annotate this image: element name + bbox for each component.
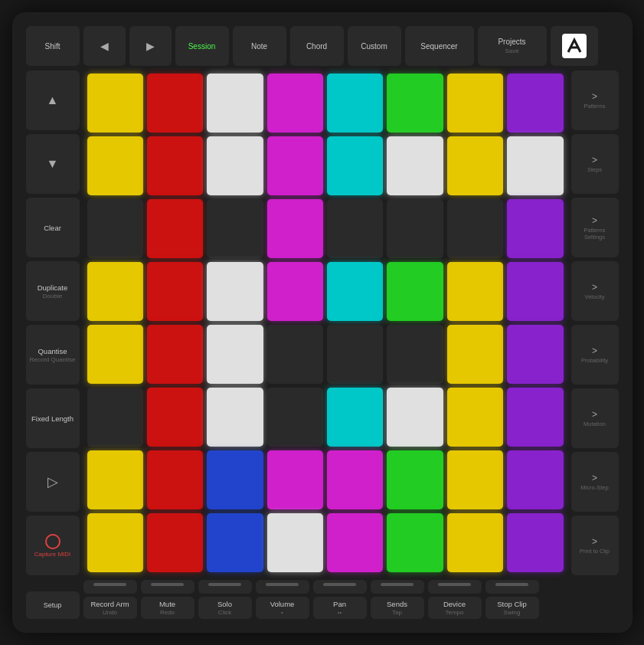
right-button-8[interactable]: > Print to Clip <box>571 516 619 575</box>
pad-r8-c8[interactable] <box>507 513 563 572</box>
down-button[interactable]: ▼ <box>26 134 80 194</box>
pad-r7-c2[interactable] <box>147 450 203 509</box>
pad-r2-c4[interactable] <box>267 136 323 195</box>
clear-button[interactable]: Clear <box>26 198 80 257</box>
volume-button[interactable]: Volume • <box>256 597 309 619</box>
projects-button[interactable]: Projects Save <box>478 26 547 66</box>
pan-button[interactable]: Pan •• <box>313 597 367 619</box>
shift-button[interactable]: Shift <box>26 26 80 66</box>
pad-r2-c5[interactable] <box>327 136 383 195</box>
volume-strip[interactable] <box>256 580 309 594</box>
pad-r7-c7[interactable] <box>447 450 503 509</box>
pad-r1-c5[interactable] <box>327 74 383 133</box>
capture-midi-button[interactable]: Capture MIDI <box>26 516 80 575</box>
pad-r5-c5[interactable] <box>327 325 383 384</box>
right-button-4[interactable]: > Velocity <box>571 261 619 321</box>
pad-r4-c3[interactable] <box>207 262 263 321</box>
pad-r5-c7[interactable] <box>447 325 503 384</box>
pad-r5-c8[interactable] <box>507 325 563 384</box>
pad-r3-c4[interactable] <box>267 199 323 258</box>
pad-r8-c6[interactable] <box>387 513 443 572</box>
pad-r1-c1[interactable] <box>87 74 143 133</box>
pad-r1-c3[interactable] <box>207 74 263 133</box>
pad-r3-c8[interactable] <box>507 199 563 258</box>
sends-strip[interactable] <box>371 580 424 594</box>
pad-r2-c2[interactable] <box>147 136 203 195</box>
right-button-6[interactable]: > Mutation <box>571 388 619 448</box>
stop-clip-button[interactable]: Stop Clip Swing <box>485 597 539 619</box>
pad-r5-c1[interactable] <box>87 325 143 384</box>
device-button[interactable]: Device Tempo <box>428 597 482 619</box>
pad-r8-c3[interactable] <box>207 513 263 572</box>
right-button-7[interactable]: > Micro-Step <box>571 452 619 512</box>
pad-r4-c5[interactable] <box>327 262 383 321</box>
right-button-5[interactable]: > Probability <box>571 325 619 385</box>
pad-r4-c4[interactable] <box>267 262 323 321</box>
note-button[interactable]: Note <box>233 26 286 66</box>
pad-r3-c1[interactable] <box>87 199 143 258</box>
pad-r6-c8[interactable] <box>507 388 563 447</box>
pad-r4-c7[interactable] <box>447 262 503 321</box>
pad-r1-c4[interactable] <box>267 74 323 133</box>
pad-r3-c7[interactable] <box>447 199 503 258</box>
pad-r7-c4[interactable] <box>267 450 323 509</box>
right-button-2[interactable]: > Steps <box>571 134 619 194</box>
setup-button[interactable]: Setup <box>26 591 80 619</box>
pad-r1-c7[interactable] <box>447 74 503 133</box>
pad-r7-c8[interactable] <box>507 450 563 509</box>
pad-r6-c3[interactable] <box>207 388 263 447</box>
pad-r6-c7[interactable] <box>447 388 503 447</box>
custom-button[interactable]: Custom <box>348 26 401 66</box>
pad-r3-c6[interactable] <box>387 199 443 258</box>
pad-r3-c3[interactable] <box>207 199 263 258</box>
pad-r8-c1[interactable] <box>87 513 143 572</box>
pad-r6-c6[interactable] <box>387 388 443 447</box>
chord-button[interactable]: Chord <box>290 26 344 66</box>
sends-button[interactable]: Sends Tap <box>371 597 424 619</box>
pad-r7-c6[interactable] <box>387 450 443 509</box>
quantise-button[interactable]: Quantise Record Quantise <box>26 325 80 385</box>
back-button[interactable]: ◀ <box>83 26 126 66</box>
session-button[interactable]: Session <box>175 26 229 66</box>
pad-r8-c2[interactable] <box>147 513 203 572</box>
pad-r7-c5[interactable] <box>327 450 383 509</box>
right-button-3[interactable]: > Patterns Settings <box>571 198 619 257</box>
solo-button[interactable]: Solo Click <box>198 597 252 619</box>
pad-r2-c1[interactable] <box>87 136 143 195</box>
forward-button[interactable]: ▶ <box>129 26 172 66</box>
pad-r8-c7[interactable] <box>447 513 503 572</box>
pad-r2-c7[interactable] <box>447 136 503 195</box>
duplicate-button[interactable]: Duplicate Double <box>26 261 80 321</box>
pad-r3-c2[interactable] <box>147 199 203 258</box>
pad-r3-c5[interactable] <box>327 199 383 258</box>
pad-r6-c2[interactable] <box>147 388 203 447</box>
pad-r4-c2[interactable] <box>147 262 203 321</box>
pad-r8-c5[interactable] <box>327 513 383 572</box>
solo-strip[interactable] <box>198 580 252 594</box>
pad-r4-c6[interactable] <box>387 262 443 321</box>
pad-r2-c3[interactable] <box>207 136 263 195</box>
logo-button[interactable] <box>551 26 598 66</box>
up-button[interactable]: ▲ <box>26 70 80 130</box>
fixed-length-button[interactable]: Fixed Length <box>26 388 80 448</box>
pad-r7-c3[interactable] <box>207 450 263 509</box>
pad-r4-c8[interactable] <box>507 262 563 321</box>
pad-r1-c2[interactable] <box>147 74 203 133</box>
pad-r4-c1[interactable] <box>87 262 143 321</box>
pad-r8-c4[interactable] <box>267 513 323 572</box>
mute-strip[interactable] <box>141 580 195 594</box>
pad-r5-c4[interactable] <box>267 325 323 384</box>
record-arm-strip[interactable] <box>83 580 137 594</box>
pad-r5-c3[interactable] <box>207 325 263 384</box>
pad-r5-c2[interactable] <box>147 325 203 384</box>
pad-r2-c8[interactable] <box>507 136 563 195</box>
pad-r1-c6[interactable] <box>387 74 443 133</box>
pad-r6-c1[interactable] <box>87 388 143 447</box>
pad-r6-c5[interactable] <box>327 388 383 447</box>
pad-r1-c8[interactable] <box>507 74 563 133</box>
stop-clip-strip[interactable] <box>485 580 539 594</box>
right-button-1[interactable]: > Patterns <box>571 70 619 130</box>
sequencer-button[interactable]: Sequencer <box>405 26 474 66</box>
pan-strip[interactable] <box>313 580 367 594</box>
record-arm-button[interactable]: Record Arm Undo <box>83 597 137 619</box>
